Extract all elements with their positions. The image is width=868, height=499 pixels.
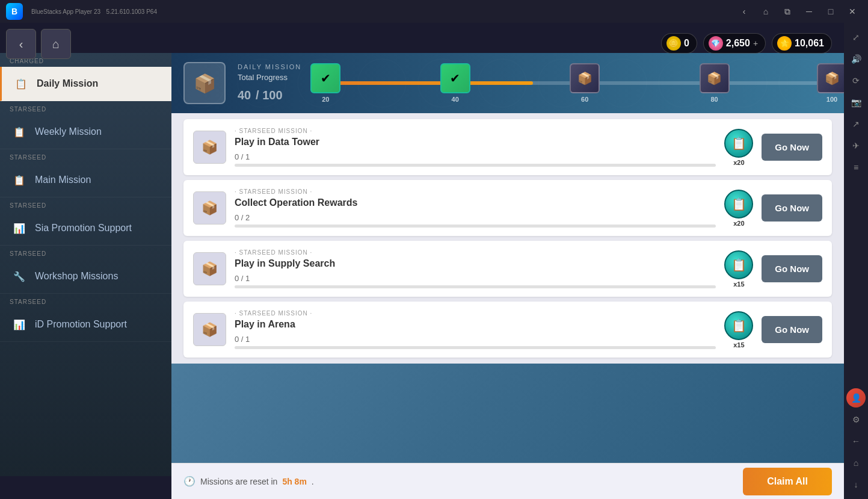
expand-icon[interactable]: ⤢ xyxy=(846,28,866,47)
gold-gem-display: ⭐ 10,061 xyxy=(772,33,832,54)
main-mission-icon: 📋 xyxy=(12,173,26,187)
mission-0-progress-text: 0 / 1 xyxy=(235,152,716,161)
sia-promotion-icon: 📊 xyxy=(12,221,26,235)
maximize-button[interactable]: □ xyxy=(821,3,840,20)
milestone-20-icon: ✔ xyxy=(310,63,340,93)
settings-icon[interactable]: ⚙ xyxy=(846,410,866,429)
volume-icon[interactable]: 🔊 xyxy=(846,49,866,69)
close-button[interactable]: ✕ xyxy=(843,3,862,20)
sidebar-daily-mission-label: Daily Mission xyxy=(37,78,98,89)
milestone-20-label: 20 xyxy=(322,96,329,103)
rotate-icon[interactable]: ⟳ xyxy=(846,71,866,90)
milestone-60-icon: 📦 xyxy=(570,63,600,93)
pink-gem-add-button[interactable]: + xyxy=(753,39,758,48)
sidebar-main-mission-label: Main Mission xyxy=(35,175,91,185)
milestone-100-icon: 📦 xyxy=(817,63,844,93)
milestone-60: 📦 60 xyxy=(570,63,600,103)
mission-2-go-now-button[interactable]: Go Now xyxy=(762,255,822,282)
sidebar-section-starseed-5: STARSEED xyxy=(0,294,171,308)
mission-3-info: · STARSEED MISSION · Play in Arena 0 / 1 xyxy=(235,310,716,349)
milestone-80: 📦 80 xyxy=(700,63,730,103)
sidebar-section-starseed-4: STARSEED xyxy=(0,246,171,259)
sidebar-workshop-missions-label: Workshop Missions xyxy=(35,271,118,282)
pink-gem-icon: 💎 xyxy=(709,36,723,51)
menu-icon[interactable]: ≡ xyxy=(846,158,866,177)
mission-1-title: Collect Operation Rewards xyxy=(235,197,716,208)
mission-0-go-now-button[interactable]: Go Now xyxy=(762,134,822,161)
mission-3-progress-text: 0 / 1 xyxy=(235,335,716,344)
arrow-down-icon[interactable]: ↓ xyxy=(846,475,866,494)
sidebar-item-weekly-mission[interactable]: 📋 Weekly Mission xyxy=(0,115,171,149)
sidebar-section-starseed-3: STARSEED xyxy=(0,197,171,211)
mission-0-info: · STARSEED MISSION · Play in Data Tower … xyxy=(235,128,716,167)
timer-suffix: . xyxy=(312,477,314,486)
share-icon[interactable]: ↗ xyxy=(846,114,866,134)
app-version: 5.21.610.1003 P64 xyxy=(106,8,157,15)
milestone-40-label: 40 xyxy=(452,96,459,103)
sidebar-item-id-promotion[interactable]: 📊 iD Promotion Support xyxy=(0,308,171,342)
mission-0-reward-count: x20 xyxy=(733,159,744,166)
daily-mission-box-icon: 📦 xyxy=(183,62,226,104)
mission-3-reward-count: x15 xyxy=(733,341,744,349)
progress-info: DAILY MISSION Total Progress 40 / 100 xyxy=(238,63,301,104)
milestone-40: ✔ 40 xyxy=(440,63,470,103)
tab-button[interactable]: ⧉ xyxy=(778,3,797,20)
mission-2-progress-text: 0 / 1 xyxy=(235,274,716,283)
mission-1-tag: · STARSEED MISSION · xyxy=(235,188,716,195)
mission-card-2: 📦 · STARSEED MISSION · Play in Supply Se… xyxy=(183,241,832,297)
milestone-40-icon: ✔ xyxy=(440,63,470,93)
sidebar-item-daily-mission[interactable]: 📋 Daily Mission xyxy=(0,67,171,101)
screenshot-icon[interactable]: 📷 xyxy=(846,93,866,112)
total-progress-label: Total Progress xyxy=(238,73,301,82)
sidebar-item-sia-promotion[interactable]: 📊 Sia Promotion Support xyxy=(0,211,171,246)
mission-3-go-now-button[interactable]: Go Now xyxy=(762,316,822,343)
milestone-100-label: 100 xyxy=(826,96,837,103)
window-controls: ‹ ⌂ ⧉ ─ □ ✕ xyxy=(734,3,862,20)
id-promotion-icon: 📊 xyxy=(12,317,26,332)
mission-3-reward: 📋 x15 xyxy=(724,311,753,349)
sidebar-item-workshop-missions[interactable]: 🔧 Workshop Missions xyxy=(0,259,171,294)
sidebar-section-starseed-2: STARSEED xyxy=(0,149,171,163)
mission-0-reward-icon: 📋 xyxy=(724,129,753,158)
progress-bar-fill xyxy=(325,81,533,85)
progress-numbers: 40 / 100 xyxy=(238,84,301,104)
home-nav-button[interactable]: ⌂ xyxy=(756,3,775,20)
claim-all-button[interactable]: Claim All xyxy=(743,468,832,495)
mission-0-icon: 📦 xyxy=(193,131,226,164)
coin-display: 🪙 0 xyxy=(661,33,697,54)
progress-total: 100 xyxy=(262,88,282,102)
mission-3-icon: 📦 xyxy=(193,313,226,346)
mission-0-progress-bar-bg xyxy=(235,164,716,167)
side-toolbar: ⤢ 🔊 ⟳ 📷 ↗ ✈ ≡ 👤 ⚙ ← ⌂ ↓ xyxy=(844,23,868,499)
user-avatar[interactable]: 👤 xyxy=(846,388,866,408)
back-game-button[interactable]: ‹ xyxy=(6,29,36,59)
mission-card-3: 📦 · STARSEED MISSION · Play in Arena 0 /… xyxy=(183,302,832,358)
mission-0-tag: · STARSEED MISSION · xyxy=(235,128,716,134)
home-game-button[interactable]: ⌂ xyxy=(41,29,71,59)
mission-2-progress-bar-bg xyxy=(235,285,716,288)
app-logo: B xyxy=(6,3,23,20)
sidebar-sia-promotion-label: Sia Promotion Support xyxy=(35,223,132,234)
sidebar-id-promotion-label: iD Promotion Support xyxy=(35,319,127,330)
back-button[interactable]: ‹ xyxy=(734,3,754,20)
mission-1-reward: 📋 x20 xyxy=(724,190,753,227)
minimize-button[interactable]: ─ xyxy=(799,3,819,20)
mission-2-info: · STARSEED MISSION · Play in Supply Sear… xyxy=(235,249,716,288)
mission-footer: 🕐 Missions are reset in 5h 8m . Claim Al… xyxy=(171,463,844,499)
sidebar-item-main-mission[interactable]: 📋 Main Mission xyxy=(0,163,171,197)
title-bar: B BlueStacks App Player 23 5.21.610.1003… xyxy=(0,0,868,23)
mission-1-go-now-button[interactable]: Go Now xyxy=(762,194,822,222)
workshop-missions-icon: 🔧 xyxy=(12,269,26,284)
daily-mission-icon: 📋 xyxy=(14,76,28,91)
mission-1-progress-text: 0 / 2 xyxy=(235,213,716,222)
mission-2-tag: · STARSEED MISSION · xyxy=(235,249,716,256)
mission-list: 📦 · STARSEED MISSION · Play in Data Towe… xyxy=(171,113,844,364)
arrow-left-icon[interactable]: ← xyxy=(846,432,866,451)
milestone-60-label: 60 xyxy=(581,96,588,103)
mission-3-reward-icon: 📋 xyxy=(724,311,753,340)
reset-text: Missions are reset in xyxy=(200,477,277,486)
airplane-icon[interactable]: ✈ xyxy=(846,136,866,155)
mission-card-0: 📦 · STARSEED MISSION · Play in Data Towe… xyxy=(183,119,832,175)
home-icon[interactable]: ⌂ xyxy=(846,453,866,473)
reset-info: 🕐 Missions are reset in 5h 8m . xyxy=(183,476,314,487)
